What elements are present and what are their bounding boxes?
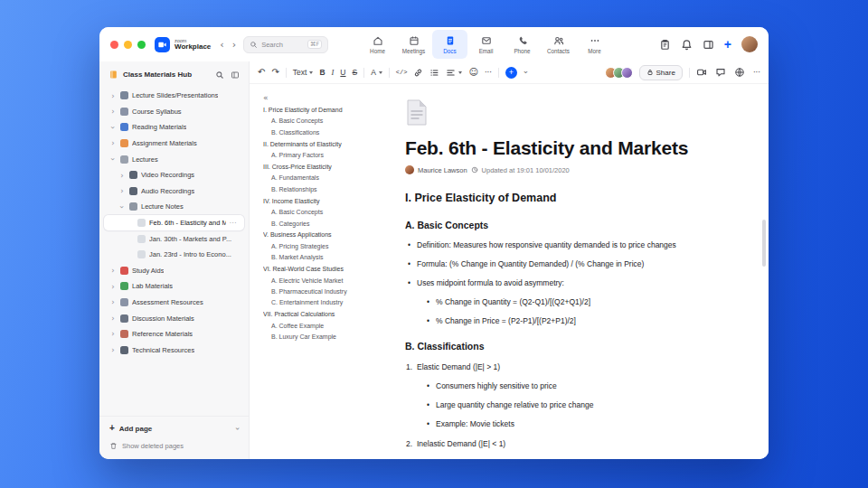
share-button[interactable]: Share [639, 65, 683, 80]
outline-item[interactable]: A. Basic Concepts [263, 209, 391, 216]
comments-icon[interactable] [715, 67, 726, 78]
chevron-icon[interactable] [109, 330, 117, 338]
maximize-window-button[interactable] [137, 41, 146, 49]
collapse-outline-icon[interactable]: « [263, 93, 391, 102]
chevron-icon[interactable] [109, 139, 117, 147]
chevron-icon[interactable] [109, 346, 117, 354]
tree-row[interactable]: Assignment Materials [99, 136, 249, 152]
tab-contacts[interactable]: Contacts [541, 30, 576, 59]
sub-bullet-item[interactable]: Consumers highly sensitive to price [424, 381, 738, 390]
outline-item[interactable]: B. Categories [263, 221, 391, 228]
chevron-icon[interactable] [109, 298, 117, 306]
tab-docs[interactable]: Docs [432, 30, 467, 59]
outline-item[interactable]: B. Relationships [263, 186, 391, 193]
back-button[interactable]: ‹ [220, 40, 223, 50]
underline-button[interactable]: U [340, 69, 345, 77]
doc-subheading-a[interactable]: A. Basic Concepts [405, 220, 738, 230]
code-button[interactable]: </> [396, 70, 408, 76]
chevron-icon[interactable] [109, 92, 117, 100]
numbered-item[interactable]: 2. Inelastic Demand (|E| < 1) [405, 439, 738, 448]
clipboard-icon[interactable] [659, 39, 671, 51]
redo-button[interactable]: ↷ [271, 68, 278, 77]
doc-subheading-b[interactable]: B. Classifications [405, 341, 738, 352]
chevron-icon[interactable] [118, 203, 126, 211]
chevron-icon[interactable] [109, 108, 117, 116]
tree-row[interactable]: Lab Materials [99, 278, 249, 295]
close-window-button[interactable] [110, 41, 118, 49]
undo-button[interactable]: ↶ [258, 68, 265, 77]
align-dropdown[interactable] [446, 68, 462, 78]
sub-bullet-item[interactable]: % Change in Price = (P2-P1)/[(P2+P1)/2] [424, 316, 738, 325]
tree-row[interactable]: Lectures [99, 151, 249, 167]
document-title[interactable]: Feb. 6th - Elasticity and Markets [405, 137, 738, 159]
collaborator-avatar[interactable] [621, 67, 633, 79]
tab-meetings[interactable]: Meetings [396, 30, 431, 59]
bullet-list-button[interactable] [429, 68, 439, 78]
outline-item[interactable]: A. Fundamentals [263, 174, 391, 182]
tab-phone[interactable]: Phone [505, 30, 540, 59]
bullet-item[interactable]: Uses midpoint formula to avoid asymmetry… [405, 278, 738, 287]
doc-more-button[interactable]: ··· [753, 69, 760, 77]
show-deleted-pages-button[interactable]: Show deleted pages [109, 442, 239, 450]
add-page-caret-icon[interactable]: › [233, 427, 241, 429]
tree-row[interactable]: Assessment Resources [99, 295, 249, 311]
new-item-plus-button[interactable]: + [724, 38, 731, 51]
user-avatar[interactable] [741, 36, 758, 52]
bullet-item[interactable]: Formula: (% Change in Quantity Demanded)… [405, 259, 738, 268]
tree-row[interactable]: Discussion Materials [99, 310, 249, 326]
bullet-item[interactable]: Definition: Measures how responsive quan… [405, 240, 738, 249]
collapse-toolbar-icon[interactable]: ‹ [521, 70, 530, 74]
italic-button[interactable]: I [332, 69, 335, 77]
tree-row[interactable]: Feb. 6th - Elasticity and M... ··· [104, 215, 244, 231]
outline-item[interactable]: A. Coffee Example [263, 323, 391, 330]
outline-item[interactable]: IV. Income Elasticity [263, 198, 391, 205]
numbered-item[interactable]: 1. Elastic Demand (|E| > 1) [405, 362, 738, 371]
chevron-icon[interactable] [118, 172, 126, 180]
video-call-icon[interactable] [696, 67, 707, 78]
minimize-window-button[interactable] [124, 41, 132, 49]
chevron-icon[interactable] [109, 155, 117, 164]
doc-heading-1[interactable]: I. Price Elasticity of Demand [405, 192, 738, 204]
bold-button[interactable]: B [319, 69, 325, 77]
chevron-icon[interactable] [109, 283, 117, 291]
sub-bullet-item[interactable]: % Change in Quantity = (Q2-Q1)/[(Q2+Q1)/… [424, 297, 738, 306]
insert-block-button[interactable]: + [505, 67, 517, 79]
tab-email[interactable]: Email [468, 30, 504, 59]
chevron-icon[interactable] [109, 124, 117, 132]
tree-row[interactable]: Video Recordings [99, 167, 249, 183]
outline-item[interactable]: C. Entertainment Industry [263, 299, 391, 306]
forward-button[interactable]: › [232, 40, 236, 50]
document-body[interactable]: Feb. 6th - Elasticity and Markets Mauric… [392, 84, 769, 459]
tree-row[interactable]: Course Syllabus [99, 104, 249, 120]
tab-more[interactable]: More [577, 30, 612, 59]
tree-row[interactable]: Lecture Slides/Presentations [99, 88, 249, 104]
outline-item[interactable]: A. Electric Vehicle Market [263, 277, 391, 285]
emoji-button[interactable]: ☺ [468, 68, 477, 77]
panel-toggle-icon[interactable] [703, 39, 714, 51]
row-more-icon[interactable]: ··· [230, 220, 237, 227]
outline-item[interactable]: A. Basic Concepts [263, 117, 391, 125]
outline-item[interactable]: A. Pricing Strategies [263, 243, 391, 250]
tree-row[interactable]: Reading Materials [99, 119, 249, 136]
outline-item[interactable]: VI. Real-World Case Studies [263, 266, 391, 273]
sub-bullet-item[interactable]: Large quantity change relative to price … [424, 400, 738, 409]
tree-row[interactable]: Study Aids [99, 263, 249, 279]
text-color-dropdown[interactable]: A [371, 69, 382, 77]
tree-row[interactable]: Lecture Notes [99, 199, 249, 215]
outline-item[interactable]: B. Pharmaceutical Industry [263, 288, 391, 296]
tree-row[interactable]: Technical Resources [99, 343, 249, 359]
add-page-button[interactable]: + Add page › [109, 424, 239, 433]
text-style-dropdown[interactable]: Text [293, 69, 314, 77]
chevron-icon[interactable] [109, 267, 117, 275]
notifications-bell-icon[interactable] [681, 39, 693, 51]
outline-item[interactable]: II. Determinants of Elasticity [263, 141, 391, 148]
tree-row[interactable]: Audio Recordings [99, 183, 249, 200]
outline-item[interactable]: VII. Practical Calculations [263, 311, 391, 318]
tree-row[interactable]: Jan. 23rd - Intro to Econo... [99, 247, 249, 263]
chevron-icon[interactable] [118, 187, 126, 195]
collapse-sidebar-icon[interactable] [231, 70, 240, 80]
more-tools-button[interactable]: ··· [485, 69, 492, 77]
chevron-icon[interactable] [109, 314, 117, 323]
outline-item[interactable]: I. Price Elasticity of Demand [263, 107, 391, 114]
outline-item[interactable]: B. Market Analysis [263, 254, 391, 261]
